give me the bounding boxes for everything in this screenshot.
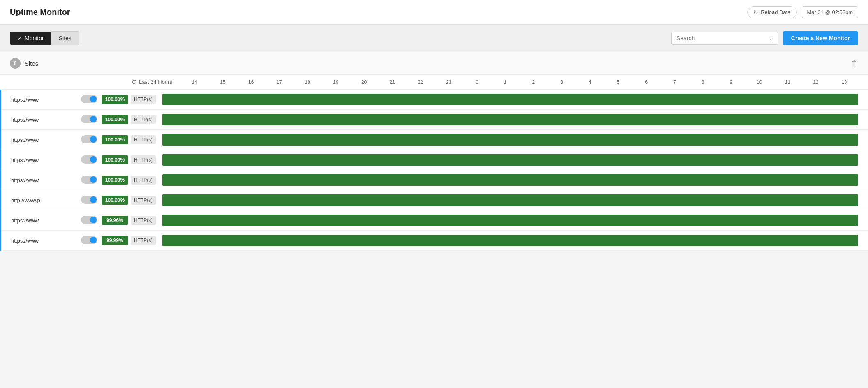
tab-monitor[interactable]: ✓ Monitor	[10, 32, 51, 45]
time-hour-label: 6	[632, 79, 660, 85]
tab-monitor-label: Monitor	[25, 35, 44, 42]
toggle-switch[interactable]	[81, 155, 97, 164]
uptime-bar-container	[162, 154, 858, 166]
protocol-badge: HTTP(s)	[131, 196, 156, 205]
time-hour-label: 20	[350, 79, 378, 85]
time-hour-label: 5	[604, 79, 633, 85]
monitor-toggle[interactable]	[81, 196, 97, 205]
toggle-switch[interactable]	[81, 216, 97, 224]
uptime-bar-container	[162, 94, 858, 105]
monitor-url: https://www.	[11, 177, 77, 183]
time-hour-label: 22	[406, 79, 435, 85]
time-hour-label: 21	[378, 79, 406, 85]
uptime-badge: 100.00%	[102, 155, 128, 164]
monitor-url: https://www.	[11, 117, 77, 123]
time-hour-label: 13	[830, 79, 858, 85]
time-hour-label: 1	[491, 79, 519, 85]
header: Uptime Monitor ↻ Reload Data Mar 31 @ 02…	[0, 0, 868, 25]
time-hours: 14151617181920212223012345678910111213	[180, 79, 858, 85]
time-hour-label: 4	[576, 79, 604, 85]
page-title: Uptime Monitor	[10, 7, 70, 17]
toolbar: ✓ Monitor Sites ⌕ Create a New Monitor	[0, 25, 868, 52]
time-hour-label: 16	[237, 79, 265, 85]
time-hour-label: 14	[180, 79, 209, 85]
section-header: 8 Sites 🗑	[0, 52, 868, 75]
reload-icon: ↻	[753, 9, 758, 16]
table-row: https://www. 100.00% HTTP(s)	[1, 130, 868, 150]
uptime-badge: 99.99%	[102, 236, 128, 245]
monitor-url: https://www.	[11, 157, 77, 163]
monitor-toggle[interactable]	[81, 115, 97, 125]
uptime-bar-container	[162, 194, 858, 206]
uptime-bar-container	[162, 134, 858, 146]
protocol-badge: HTTP(s)	[131, 135, 156, 144]
time-hour-label: 18	[293, 79, 322, 85]
search-input[interactable]	[676, 35, 766, 42]
uptime-bar	[162, 174, 858, 186]
section-header-left: 8 Sites	[10, 58, 38, 69]
reload-button[interactable]: ↻ Reload Data	[747, 6, 796, 18]
protocol-badge: HTTP(s)	[131, 155, 156, 164]
clock-icon: ⏱	[132, 79, 137, 85]
toggle-switch[interactable]	[81, 95, 97, 103]
uptime-bar	[162, 114, 858, 125]
uptime-badge: 100.00%	[102, 176, 128, 185]
toolbar-right: ⌕ Create a New Monitor	[671, 31, 858, 45]
monitor-toggle[interactable]	[81, 155, 97, 165]
time-header-row: ⏱ Last 24 Hours 141516171819202122230123…	[0, 75, 868, 90]
checkmark-icon: ✓	[17, 35, 22, 42]
tab-group: ✓ Monitor Sites	[10, 31, 79, 45]
search-box[interactable]: ⌕	[671, 32, 778, 45]
delete-icon[interactable]: 🗑	[851, 59, 858, 68]
uptime-bar	[162, 215, 858, 226]
uptime-bar	[162, 154, 858, 166]
toggle-switch[interactable]	[81, 236, 97, 244]
timestamp: Mar 31 @ 02:53pm	[802, 6, 858, 18]
protocol-badge: HTTP(s)	[131, 216, 156, 225]
monitor-url: http://www.p	[11, 197, 77, 203]
section-title: Sites	[25, 60, 38, 67]
protocol-badge: HTTP(s)	[131, 236, 156, 245]
search-icon: ⌕	[769, 35, 773, 42]
toggle-switch[interactable]	[81, 135, 97, 143]
uptime-badge: 100.00%	[102, 135, 128, 144]
main-content: 8 Sites 🗑 ⏱ Last 24 Hours 14151617181920…	[0, 52, 868, 251]
uptime-bar	[162, 94, 858, 105]
table-row: https://www. 100.00% HTTP(s)	[1, 90, 868, 110]
time-hour-label: 10	[745, 79, 773, 85]
uptime-badge: 100.00%	[102, 115, 128, 124]
monitor-url: https://www.	[11, 97, 77, 103]
monitor-toggle[interactable]	[81, 95, 97, 104]
create-monitor-button[interactable]: Create a New Monitor	[783, 31, 858, 45]
tab-sites[interactable]: Sites	[51, 31, 79, 45]
time-hour-label: 9	[717, 79, 746, 85]
monitor-url: https://www.	[11, 137, 77, 143]
monitor-toggle[interactable]	[81, 216, 97, 225]
tab-sites-label: Sites	[59, 35, 72, 42]
reload-label: Reload Data	[761, 9, 790, 15]
uptime-bar-container	[162, 235, 858, 246]
time-hour-label: 0	[463, 79, 491, 85]
time-hour-label: 15	[209, 79, 237, 85]
time-hour-label: 19	[322, 79, 350, 85]
time-hour-label: 2	[519, 79, 548, 85]
last24-text: Last 24 Hours	[139, 79, 172, 85]
monitor-toggle[interactable]	[81, 176, 97, 185]
count-badge: 8	[10, 58, 21, 69]
table-row: http://www.p 100.00% HTTP(s)	[1, 190, 868, 210]
time-hour-label: 8	[689, 79, 717, 85]
toggle-switch[interactable]	[81, 196, 97, 204]
toggle-switch[interactable]	[81, 176, 97, 184]
toggle-switch[interactable]	[81, 115, 97, 123]
time-hour-label: 17	[265, 79, 293, 85]
last24-label: ⏱ Last 24 Hours	[132, 79, 172, 85]
time-hour-label: 11	[773, 79, 802, 85]
monitor-url: https://www.	[11, 238, 77, 244]
monitor-toggle[interactable]	[81, 236, 97, 245]
uptime-bar-container	[162, 114, 858, 125]
uptime-bar	[162, 194, 858, 206]
protocol-badge: HTTP(s)	[131, 176, 156, 185]
protocol-badge: HTTP(s)	[131, 115, 156, 124]
monitor-toggle[interactable]	[81, 135, 97, 145]
uptime-bar	[162, 235, 858, 246]
